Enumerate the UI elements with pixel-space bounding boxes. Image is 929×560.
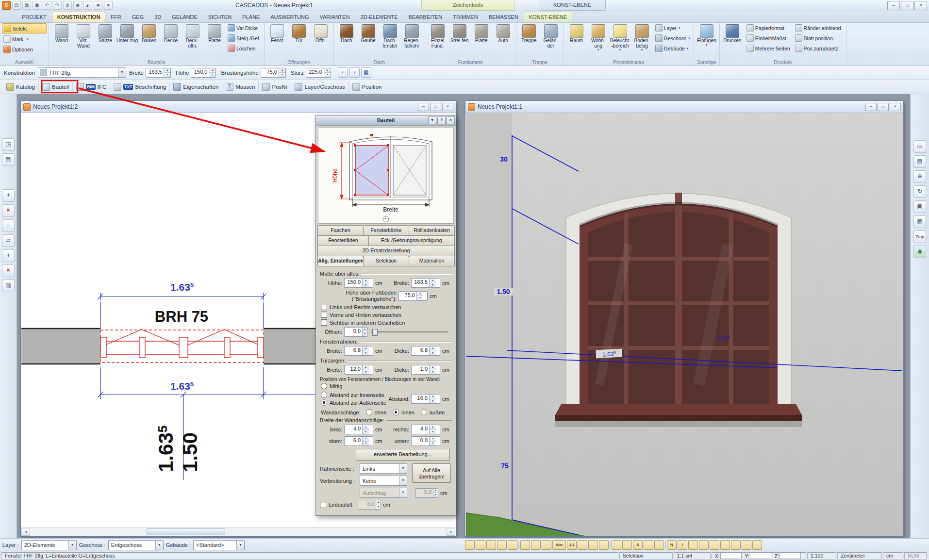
- einheit-massstab-button[interactable]: Einheit/Maßst.: [745, 33, 792, 43]
- spinner[interactable]: [429, 395, 436, 403]
- spinner[interactable]: [362, 346, 369, 355]
- table-icon[interactable]: [699, 540, 709, 550]
- customize-toolbar-icon[interactable]: ▾: [104, 1, 113, 10]
- parameter-input[interactable]: 163,5: [146, 68, 171, 78]
- dimension-chain-icon[interactable]: 1,2: [567, 540, 577, 550]
- deckenoeffnung-button[interactable]: Deck.-öffn.: [182, 23, 203, 49]
- checkbox-box[interactable]: [321, 319, 327, 326]
- radio-anschlag-innen[interactable]: [393, 409, 399, 415]
- dimension-linear-icon[interactable]: [578, 540, 587, 550]
- image-icon[interactable]: [710, 540, 719, 550]
- gebaeude-button[interactable]: Gebäude: [654, 44, 692, 53]
- ribbon-tab[interactable]: VARIANTEN: [314, 12, 355, 22]
- auf-alle-uebertragen-button[interactable]: Auf Alle übertragen!: [412, 463, 451, 483]
- dach-button[interactable]: Dach: [336, 23, 357, 45]
- print-area-icon[interactable]: [644, 540, 653, 550]
- tuer-button[interactable]: Tür: [288, 23, 310, 45]
- ribbon-tab[interactable]: SICHTEN: [203, 12, 237, 22]
- anschlag-oben-input[interactable]: 6,0: [344, 436, 373, 446]
- anschlag-links-input[interactable]: 4,0: [344, 425, 373, 434]
- bodenbelag-button[interactable]: Boden-belag: [631, 23, 653, 52]
- gelaender-button[interactable]: Gelän-der: [540, 23, 562, 49]
- status-zoom-sel[interactable]: 1:1 sel: [674, 552, 711, 560]
- radio-mittig[interactable]: [321, 383, 327, 389]
- text-icon[interactable]: Abc: [552, 540, 566, 550]
- beschriftung-button[interactable]: TXT Beschriftung: [110, 82, 170, 92]
- spinner[interactable]: [362, 279, 369, 287]
- anschlag-rechts-input[interactable]: 4,0: [411, 425, 440, 434]
- 3d-view-canvas[interactable]: 30 1.50 75 1.635 1.635: [466, 113, 903, 536]
- spinner[interactable]: [324, 68, 331, 77]
- minimize-button[interactable]: [887, 1, 900, 10]
- ribbon-tab[interactable]: 3D: [149, 12, 166, 22]
- checkbox[interactable]: Links und Rechts vertauschen: [321, 304, 452, 310]
- model-cube-icon[interactable]: ▣: [913, 200, 926, 213]
- mehrere-seiten-button[interactable]: Mehrere Seiten: [745, 44, 792, 53]
- zoom-window-icon[interactable]: [486, 540, 496, 550]
- layers-icon[interactable]: [720, 540, 730, 550]
- spline-icon[interactable]: S: [633, 540, 643, 550]
- pointer-icon[interactable]: ◭: [83, 1, 92, 10]
- lock-icon[interactable]: [731, 540, 741, 550]
- spinner[interactable]: [429, 425, 436, 434]
- minimize-button[interactable]: [418, 103, 429, 111]
- delete-icon[interactable]: ×: [2, 204, 15, 217]
- eigenschaften-button[interactable]: Eigenschaften: [170, 82, 222, 92]
- ribbon-tab[interactable]: GEG: [127, 12, 149, 22]
- layer-stack-icon[interactable]: ▤: [2, 153, 15, 166]
- radio-anschlag-ohne[interactable]: [366, 409, 372, 415]
- katalog-button[interactable]: Katalog: [3, 82, 39, 92]
- reference-point-icon[interactable]: [383, 216, 389, 222]
- treppe-button[interactable]: Treppe: [518, 23, 540, 45]
- spinner[interactable]: [362, 365, 369, 374]
- konstruktion-preset-select[interactable]: FRF 2flg.: [38, 67, 126, 78]
- mark-button[interactable]: Mark.: [2, 34, 47, 44]
- dialog-tab[interactable]: Materialien: [409, 256, 455, 266]
- fenster-button[interactable]: Fenst: [266, 23, 288, 45]
- oeffnung-button[interactable]: Öffn.: [310, 23, 332, 45]
- app-logo-icon[interactable]: C: [2, 1, 11, 10]
- gebaeude-select[interactable]: <Standard>: [193, 540, 245, 550]
- ribbon-tab[interactable]: PROJEKT: [17, 12, 52, 22]
- dimension-angle-icon[interactable]: [588, 540, 598, 550]
- loeschen-button[interactable]: Löschen: [226, 44, 262, 53]
- checkbox[interactable]: Sichtbar in anderen Geschoßen: [321, 319, 452, 326]
- stuetze-button[interactable]: Stütze: [95, 23, 116, 45]
- dialog-tab[interactable]: Selektion: [363, 256, 409, 266]
- spinner[interactable]: [279, 68, 285, 77]
- beleuchtungsbereich-button[interactable]: Beleucht.-bereich: [610, 23, 631, 52]
- save-icon[interactable]: ▦: [22, 1, 31, 10]
- spinner[interactable]: [429, 346, 436, 355]
- snap-icon[interactable]: [531, 540, 541, 550]
- streifenfundament-button[interactable]: Strei-fen: [449, 23, 470, 45]
- help-button[interactable]: [437, 116, 446, 124]
- zoom-all-icon[interactable]: [497, 540, 507, 550]
- dialog-tab[interactable]: Fensterläden: [317, 235, 369, 246]
- add-point-icon[interactable]: +: [2, 249, 15, 262]
- separator[interactable]: [665, 541, 666, 549]
- ribbon-tab[interactable]: GELÄNDE: [166, 12, 203, 22]
- scroll-right-button[interactable]: [447, 528, 455, 536]
- parameter-input[interactable]: 225,0: [306, 68, 331, 78]
- maximize-button[interactable]: [878, 103, 889, 111]
- remove-point-icon[interactable]: ×: [2, 264, 15, 277]
- previous-element-icon[interactable]: ‹: [338, 67, 348, 78]
- axonometry-view-icon[interactable]: ◳: [2, 138, 15, 151]
- selekt-button[interactable]: Selekt: [2, 23, 47, 33]
- leader-icon[interactable]: [599, 540, 609, 550]
- copy-icon[interactable]: [654, 540, 664, 550]
- orbit-icon[interactable]: ↻: [913, 185, 926, 198]
- separator[interactable]: [610, 541, 611, 549]
- earth-icon[interactable]: ◉: [913, 246, 926, 258]
- spinner[interactable]: [416, 292, 423, 300]
- window-titlebar[interactable]: Neues Projekt1:1: [465, 101, 903, 113]
- window-titlebar[interactable]: Neues Projekt1:2: [21, 101, 456, 113]
- dialog-tab[interactable]: Fensterbänke: [363, 225, 409, 236]
- virt-wand-button[interactable]: Virt. Wand: [73, 23, 94, 49]
- ribbon-tab[interactable]: BEMASSEN: [483, 12, 524, 22]
- add-icon[interactable]: +: [2, 189, 15, 202]
- checkbox-box[interactable]: [320, 502, 326, 508]
- ribbon-tab[interactable]: KONST-EBENE: [524, 12, 572, 22]
- parameter-input[interactable]: 75,0: [261, 68, 286, 78]
- redo-icon[interactable]: ↷: [53, 1, 62, 10]
